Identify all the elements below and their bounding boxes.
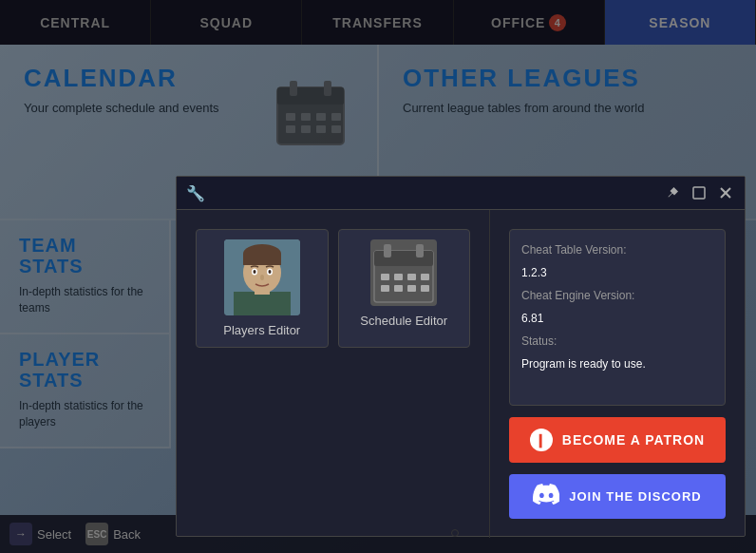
cheat-engine-version-value: 6.81 <box>521 310 713 327</box>
players-editor-label: Players Editor <box>223 323 300 337</box>
players-editor-button[interactable]: Players Editor <box>196 229 329 348</box>
svg-point-25 <box>260 275 264 280</box>
modal-left-panel: Players Editor <box>177 210 490 538</box>
discord-logo-icon <box>533 484 559 509</box>
titlebar-left: 🔧 <box>186 184 205 202</box>
svg-rect-37 <box>421 285 429 292</box>
svg-rect-35 <box>394 285 403 292</box>
join-discord-button[interactable]: JOIN THE DISCORD <box>509 474 726 519</box>
editors-grid: Players Editor <box>196 229 470 348</box>
modal-titlebar: 🔧 <box>177 177 745 210</box>
schedule-editor-label: Schedule Editor <box>360 314 447 328</box>
patron-btn-label: BECOME A PATRON <box>562 432 705 448</box>
svg-point-24 <box>268 270 271 274</box>
svg-rect-34 <box>381 285 389 292</box>
svg-rect-33 <box>421 274 429 280</box>
player-avatar <box>224 239 300 315</box>
svg-rect-28 <box>384 244 391 257</box>
svg-rect-31 <box>394 274 403 280</box>
svg-rect-36 <box>407 285 416 292</box>
cheat-table-version-label: Cheat Table Version: <box>521 241 713 258</box>
patron-icon: ❙ <box>530 429 553 451</box>
svg-rect-27 <box>374 251 433 266</box>
become-patron-button[interactable]: ❙ BECOME A PATRON <box>509 417 726 463</box>
svg-rect-32 <box>407 274 416 280</box>
discord-btn-label: JOIN THE DISCORD <box>569 489 702 504</box>
svg-rect-29 <box>416 244 424 257</box>
svg-rect-20 <box>243 254 281 265</box>
close-button[interactable] <box>716 183 735 202</box>
svg-rect-16 <box>234 292 291 315</box>
cheat-table-modal: 🔧 <box>176 176 746 537</box>
svg-point-23 <box>253 270 255 274</box>
version-info-box: Cheat Table Version: 1.2.3 Cheat Engine … <box>509 229 726 406</box>
cheat-engine-version-label: Cheat Engine Version: <box>521 287 713 304</box>
wrench-icon: 🔧 <box>186 184 205 202</box>
maximize-button[interactable] <box>690 183 709 202</box>
modal-body: Players Editor <box>177 210 745 538</box>
status-label: Status: <box>521 333 713 350</box>
status-value: Program is ready to use. <box>521 355 713 372</box>
schedule-editor-button[interactable]: Schedule Editor <box>338 229 471 348</box>
cheat-table-version-value: 1.2.3 <box>521 264 713 281</box>
modal-right-panel: Cheat Table Version: 1.2.3 Cheat Engine … <box>490 210 745 538</box>
schedule-calendar-icon <box>370 239 437 306</box>
pin-button[interactable] <box>663 183 682 202</box>
svg-rect-12 <box>693 187 705 199</box>
titlebar-right <box>663 183 735 202</box>
svg-rect-30 <box>381 274 389 280</box>
